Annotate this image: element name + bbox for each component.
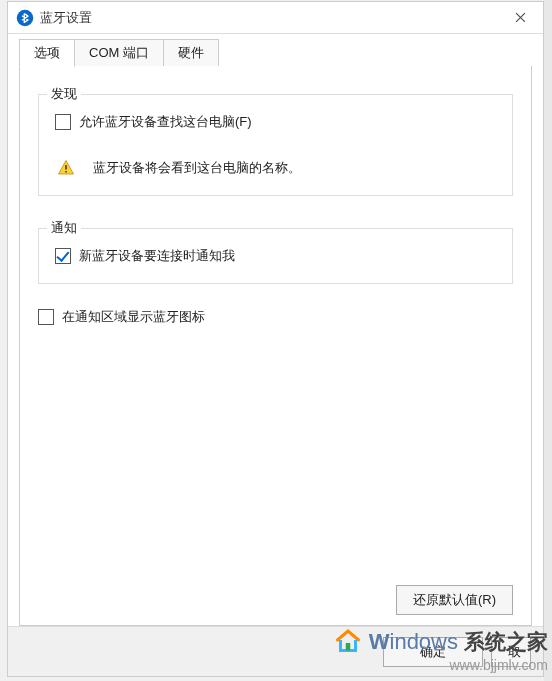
- restore-defaults-button[interactable]: 还原默认值(R): [396, 585, 513, 615]
- checkbox-notify-new-label: 新蓝牙设备要连接时通知我: [79, 247, 235, 265]
- fieldset-notifications: 通知 新蓝牙设备要连接时通知我: [38, 228, 513, 284]
- svg-rect-1: [65, 165, 67, 170]
- tab-bar: 选项 COM 端口 硬件: [8, 34, 543, 67]
- ok-button[interactable]: 确定: [383, 637, 483, 667]
- tab-options[interactable]: 选项: [19, 39, 75, 67]
- close-button[interactable]: [499, 3, 541, 33]
- fieldset-discovery: 发现 允许蓝牙设备查找这台电脑(F) 蓝牙设备将会看到这台电脑的名称。: [38, 94, 513, 196]
- discovery-warning-text: 蓝牙设备将会看到这台电脑的名称。: [93, 159, 301, 177]
- tab-hardware[interactable]: 硬件: [163, 39, 219, 67]
- checkbox-show-tray-icon-label: 在通知区域显示蓝牙图标: [62, 308, 205, 326]
- fieldset-notifications-legend: 通知: [47, 219, 81, 237]
- cancel-button[interactable]: 取: [491, 637, 531, 667]
- titlebar: 蓝牙设置: [8, 2, 543, 34]
- tab-com-ports[interactable]: COM 端口: [74, 39, 164, 67]
- bluetooth-icon: [16, 9, 34, 27]
- warning-icon: [57, 159, 75, 177]
- bluetooth-settings-dialog: 蓝牙设置 选项 COM 端口 硬件 发现 允许蓝牙设备查找这台电脑(F) 蓝牙设…: [7, 1, 544, 677]
- checkbox-show-tray-icon[interactable]: [38, 309, 54, 325]
- fieldset-discovery-legend: 发现: [47, 85, 81, 103]
- svg-rect-2: [65, 171, 67, 173]
- tab-content-options: 发现 允许蓝牙设备查找这台电脑(F) 蓝牙设备将会看到这台电脑的名称。 通知 新…: [19, 66, 532, 626]
- checkbox-allow-find[interactable]: [55, 114, 71, 130]
- checkbox-notify-new[interactable]: [55, 248, 71, 264]
- checkbox-allow-find-label: 允许蓝牙设备查找这台电脑(F): [79, 113, 252, 131]
- dialog-footer: 确定 取: [8, 626, 543, 676]
- dialog-title: 蓝牙设置: [40, 9, 499, 27]
